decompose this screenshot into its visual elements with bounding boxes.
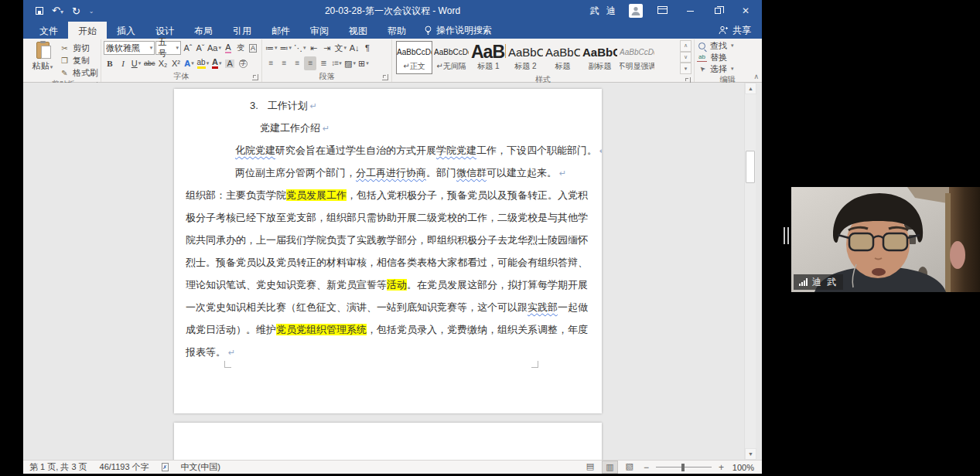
shrink-font-button[interactable]: Aˇ (194, 41, 207, 55)
replace-button[interactable]: ab替换 (697, 52, 758, 63)
avatar[interactable] (629, 4, 643, 18)
participant-name: 迪 武 (812, 276, 838, 289)
align-center-button[interactable]: ≡ (278, 56, 290, 70)
align-right-button[interactable]: ≡ (291, 56, 303, 70)
document-page-2[interactable] (174, 423, 602, 460)
enclose-characters-button[interactable]: 字 (237, 56, 249, 70)
collapse-ribbon-icon[interactable]: ∧ (753, 73, 759, 80)
shading-button[interactable]: ▨▾ (343, 56, 357, 70)
account-name[interactable]: 武 迪 (590, 5, 618, 18)
status-bar: 第 1 页, 共 3 页 46/1193 个字 ✗ 中文(中国) ▤▥▧ − +… (23, 460, 762, 474)
style-title[interactable]: AaBbC标题 (545, 41, 581, 74)
bold-button[interactable]: B (104, 56, 116, 70)
zoom-in-button[interactable]: + (719, 462, 724, 473)
format-painter-button[interactable]: ✎格式刷 (60, 67, 98, 79)
italic-button[interactable]: I (117, 56, 129, 70)
paste-button[interactable]: 粘贴▾ (29, 40, 56, 79)
style-subtitle[interactable]: AaBbC副标题 (582, 41, 618, 74)
word-count[interactable]: 46/1193 个字 (100, 461, 149, 473)
zoom-percentage[interactable]: 100% (731, 463, 754, 472)
align-left-button[interactable]: ≡ (265, 56, 277, 70)
asian-layout-button[interactable]: 文▾ (334, 41, 348, 55)
close-button[interactable]: ✕ (737, 5, 754, 16)
style-no-spacing[interactable]: AaBbCcDc↵无间隔 (433, 41, 470, 74)
font-group-label: 字体 (104, 71, 259, 82)
tab-references[interactable]: 引用 (223, 22, 261, 39)
numbering-button[interactable]: ≕▾ (279, 41, 293, 55)
gallery-more-icon[interactable]: ▾ (680, 63, 691, 74)
justify-button[interactable]: ≡ (304, 56, 316, 70)
language-indicator[interactable]: 中文(中国) (181, 461, 220, 473)
webcam-video[interactable]: 迪 武 (791, 187, 980, 292)
read-mode-button[interactable]: ▤ (583, 461, 597, 474)
font-color-button[interactable]: A▾ (210, 56, 223, 70)
print-layout-button[interactable]: ▥ (602, 461, 617, 474)
style-normal[interactable]: AaBbCcDc↵正文 (396, 41, 432, 74)
character-border-button[interactable]: A (247, 41, 259, 55)
zoom-out-button[interactable]: − (644, 462, 649, 473)
line-spacing-button[interactable]: ↕≡▾ (330, 56, 343, 70)
tell-me-search[interactable]: 操作说明搜索 (424, 22, 492, 39)
underline-button[interactable]: U▾ (130, 56, 142, 70)
character-shading-button[interactable]: A (224, 56, 236, 70)
increase-indent-button[interactable]: ⇥ (321, 41, 333, 55)
tab-help[interactable]: 帮助 (377, 22, 416, 39)
show-marks-button[interactable]: ¶ (361, 41, 374, 55)
dialog-launcher-icon[interactable] (252, 74, 258, 80)
decrease-indent-button[interactable]: ⇤ (308, 41, 320, 55)
change-case-button[interactable]: Aa▾ (207, 41, 222, 55)
phonetic-guide-button[interactable]: 变 (234, 41, 247, 55)
bullets-button[interactable]: ≔▾ (265, 41, 278, 55)
tab-layout[interactable]: 布局 (184, 22, 223, 39)
style-subtle-emphasis[interactable]: AaBbCcDc不明显强调 (619, 41, 655, 74)
page-indicator[interactable]: 第 1 页, 共 3 页 (29, 461, 87, 473)
grow-font-button[interactable]: Aˆ (182, 41, 194, 55)
proofing-icon[interactable]: ✗ (162, 463, 169, 471)
find-button[interactable]: 查找▾ (697, 40, 758, 51)
video-panel-handle[interactable] (784, 227, 789, 244)
tab-insert[interactable]: 插入 (107, 22, 145, 39)
dialog-launcher-icon[interactable] (382, 74, 388, 80)
tab-review[interactable]: 审阅 (300, 22, 339, 39)
style-heading1[interactable]: AaBbC标题 1 (470, 41, 507, 74)
gallery-down-icon[interactable]: ∨ (680, 52, 691, 63)
font-name-combo[interactable]: 微软雅黑▾ (104, 41, 155, 55)
ribbon-display-options-button[interactable] (654, 5, 671, 16)
restore-button[interactable] (709, 5, 726, 16)
document-page-1[interactable]: 3.工作计划↵党建工作介绍↵化院党建研究会旨在通过学生自治的方式开展学院党建工作… (174, 89, 602, 413)
zoom-slider-thumb[interactable] (681, 464, 685, 471)
tab-home[interactable]: 开始 (68, 22, 107, 39)
save-icon[interactable] (36, 7, 43, 15)
tab-file[interactable]: 文件 (29, 22, 68, 39)
redo-button[interactable]: ↻ (72, 6, 80, 16)
font-size-combo[interactable]: 五号▾ (155, 41, 181, 55)
distribute-button[interactable]: ≣ (317, 56, 330, 70)
scrollbar-thumb[interactable] (746, 151, 755, 183)
zoom-slider[interactable] (656, 467, 712, 468)
customize-qat-button[interactable]: ⌄ (89, 8, 94, 15)
borders-button[interactable]: ⊞▾ (357, 56, 370, 70)
strikethrough-button[interactable]: abc (143, 56, 156, 70)
share-button[interactable]: 共享 (719, 22, 762, 39)
copy-button[interactable]: ❐复制 (60, 55, 98, 66)
style-heading2[interactable]: AaBbC标题 2 (507, 41, 544, 74)
editing-group: 查找▾ab替换➤选择▾ 编辑 (694, 39, 760, 82)
scroll-up-icon[interactable]: ▲ (745, 83, 756, 94)
vertical-scrollbar[interactable]: ▲ ▼ (744, 83, 756, 460)
tab-mailings[interactable]: 邮件 (261, 22, 300, 39)
cut-button[interactable]: ✂剪切 (60, 42, 98, 54)
undo-button[interactable]: ↶▾ (52, 5, 63, 16)
tab-view[interactable]: 视图 (339, 22, 377, 39)
gallery-up-icon[interactable]: ∧ (680, 40, 691, 52)
highlight-color-button[interactable]: ab▾ (196, 56, 210, 70)
scroll-down-icon[interactable]: ▼ (745, 448, 756, 460)
web-layout-button[interactable]: ▧ (623, 461, 637, 474)
superscript-button[interactable]: X² (170, 56, 183, 70)
minimize-button[interactable] (681, 5, 698, 16)
sort-button[interactable]: A↓ (348, 41, 360, 55)
multilevel-list-button[interactable]: ⋱▾ (293, 41, 307, 55)
clear-formatting-button[interactable]: A (222, 41, 234, 55)
select-button[interactable]: ➤选择▾ (697, 63, 758, 74)
text-effects-button[interactable]: A▾ (183, 56, 196, 70)
subscript-button[interactable]: X₂ (157, 56, 169, 70)
